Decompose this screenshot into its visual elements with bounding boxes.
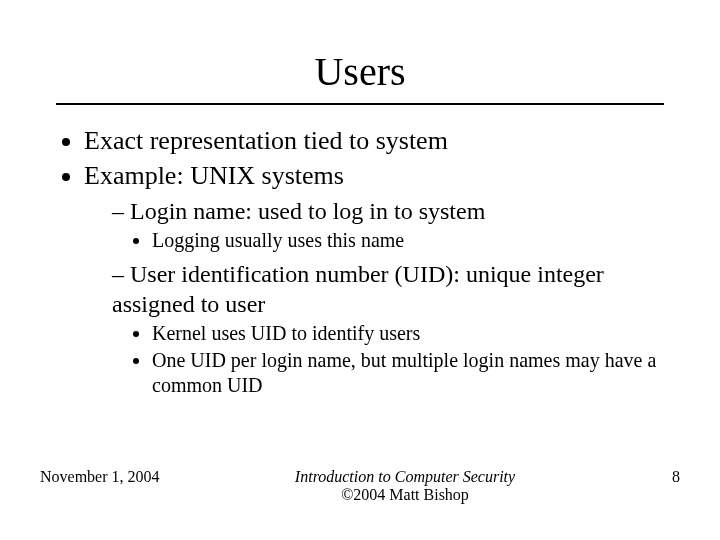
bullet-text: One UID per login name, but multiple log… [152,349,656,396]
footer-title: Introduction to Computer Security [295,468,515,485]
bullet-list: Exact representation tied to system Exam… [56,125,664,398]
bullet-text: User identification number (UID): unique… [112,261,604,317]
bullet-text: Login name: used to log in to system [130,198,485,224]
bullet-text: Logging usually uses this name [152,229,404,251]
bullet-text: Kernel uses UID to identify users [152,322,420,344]
sub-sub-bullet-item: Logging usually uses this name [152,228,664,253]
sub-sub-bullet-list: Logging usually uses this name [112,228,664,253]
sub-bullet-item: User identification number (UID): unique… [112,259,664,398]
sub-sub-bullet-list: Kernel uses UID to identify users One UI… [112,321,664,398]
slide-title: Users [56,48,664,95]
title-underline [56,103,664,105]
footer: November 1, 2004 Introduction to Compute… [40,468,680,504]
sub-sub-bullet-item: Kernel uses UID to identify users [152,321,664,346]
bullet-item: Exact representation tied to system [84,125,664,158]
footer-page-number: 8 [620,468,680,486]
bullet-text: Exact representation tied to system [84,126,448,155]
bullet-item: Example: UNIX systems Login name: used t… [84,160,664,399]
footer-center: Introduction to Computer Security ©2004 … [190,468,620,504]
footer-date: November 1, 2004 [40,468,190,486]
sub-bullet-list: Login name: used to log in to system Log… [84,196,664,398]
sub-sub-bullet-item: One UID per login name, but multiple log… [152,348,664,398]
slide: Users Exact representation tied to syste… [0,0,720,540]
footer-copyright: ©2004 Matt Bishop [341,486,469,503]
bullet-text: Example: UNIX systems [84,161,344,190]
sub-bullet-item: Login name: used to log in to system Log… [112,196,664,253]
